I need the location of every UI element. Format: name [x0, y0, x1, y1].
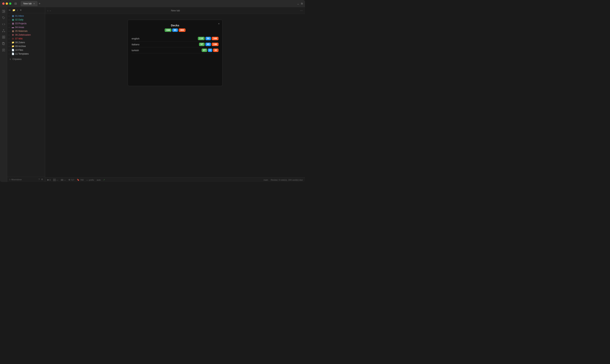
workspace-label: Moonstone	[11, 178, 22, 181]
deck-label-english: english	[132, 37, 198, 40]
deck-label-turkish: turkish	[132, 49, 202, 52]
nodes-icon[interactable]	[1, 28, 6, 33]
projects-label: 03 Projects	[15, 22, 27, 25]
tree-item-inbox[interactable]: › ▦ 01 Inbox	[7, 14, 45, 18]
turkish-badge-blue: 0	[208, 49, 212, 52]
status-bar-right: main Review: 0 note(s), 194 card(s) due	[264, 179, 303, 181]
tree-item-help[interactable]: ℹ Справка	[7, 57, 45, 61]
status-play: ▶ 0	[47, 179, 51, 181]
deck-row-italiano[interactable]: italiano 57 45 198	[132, 41, 219, 47]
tree-item-areas[interactable]: › ▬ 04 Areas	[7, 26, 45, 29]
add-tab-button[interactable]: +	[39, 2, 40, 5]
tree-item-zettelcasten[interactable]: › ✿ 06 Zettelcasten	[7, 33, 45, 37]
inbox-icon: ▦	[11, 15, 14, 17]
modal-title: Decks	[132, 24, 219, 27]
copy-icon[interactable]	[1, 41, 6, 46]
status-sparkle: ✿ 727	[68, 179, 74, 181]
grid1-icon	[53, 179, 55, 181]
workspace-footer: ◇ Moonstone ? ⚙	[7, 177, 45, 182]
title-bar-left-icons: ⊟	[14, 2, 17, 5]
english-badge-orange: 168	[212, 37, 219, 40]
svg-rect-10	[4, 37, 5, 39]
tree-item-files[interactable]: › 📄 10 Files	[7, 48, 45, 52]
file-tree: ✏ 📁 ↕ ✕ › ▦ 01 Inbox › ▦ 02 Daily ›	[7, 7, 45, 182]
help-label: Справка	[13, 58, 21, 61]
chevron-icon: ›	[9, 15, 11, 17]
tree-item-daily[interactable]: › ▦ 02 Daily	[7, 18, 45, 22]
content-header: ‹ › New tab ···	[45, 7, 305, 14]
svg-rect-2	[4, 12, 5, 13]
code-icon[interactable]	[1, 22, 6, 27]
turkish-badge-green: 27	[202, 49, 207, 52]
help-button[interactable]: ?	[39, 178, 40, 181]
footer-icons: ? ⚙	[39, 178, 43, 181]
svg-rect-9	[2, 37, 3, 39]
total-badge-orange: 300	[179, 28, 186, 32]
english-badge-green: 110	[198, 37, 205, 40]
minimize-button[interactable]	[6, 2, 8, 5]
new-folder-icon[interactable]: 📁	[12, 9, 15, 12]
layout-icon[interactable]	[1, 9, 6, 14]
more-options-icon[interactable]: ···	[300, 9, 303, 12]
tree-item-templates[interactable]: › 📄 11 Templates	[7, 52, 45, 56]
title-bar: ⊟ New tab ✕ + ⌄ ⧉	[0, 0, 305, 7]
grid-icon[interactable]	[1, 35, 6, 40]
grid2-icon	[61, 179, 63, 181]
branch-name: main	[264, 179, 268, 181]
tree-item-materials[interactable]: › ▦ 05 Materials	[7, 29, 45, 33]
workspace-name: ◇ Moonstone	[9, 178, 22, 181]
modal-close-button[interactable]: ×	[218, 22, 220, 25]
sort-icon[interactable]: ↕	[17, 9, 18, 12]
status-grid1: —	[53, 179, 58, 181]
tab-close-icon[interactable]: ✕	[33, 2, 35, 5]
main-area: ✏ 📁 ↕ ✕ › ▦ 01 Inbox › ▦ 02 Daily ›	[0, 7, 305, 182]
tab-bar: New tab ✕ +	[21, 1, 295, 6]
content-title: New tab	[52, 9, 299, 12]
play-icon: ▶	[47, 179, 49, 181]
svg-rect-19	[61, 180, 63, 181]
svg-rect-7	[2, 36, 3, 37]
content-pane: ‹ › New tab ··· × Decks 194 95 300 engli…	[45, 7, 305, 182]
materials-label: 05 Materials	[15, 30, 27, 32]
tree-item-zotero[interactable]: › 📁 08 Zotero	[7, 40, 45, 44]
file-tree-items: › ▦ 01 Inbox › ▦ 02 Daily › ▦ 03 Project…	[7, 13, 45, 177]
tag-icon[interactable]	[1, 15, 6, 20]
chevron-icon: ›	[9, 53, 11, 55]
notepad-icon[interactable]	[1, 47, 6, 53]
zotero-icon: 📁	[11, 41, 14, 44]
total-badge-blue: 95	[172, 28, 178, 32]
svg-rect-0	[2, 10, 3, 13]
chevron-down-icon[interactable]: ⌄	[297, 2, 299, 5]
close-panel-icon[interactable]: ✕	[20, 9, 22, 12]
tree-item-projects[interactable]: › ▦ 03 Projects	[7, 22, 45, 26]
status-grid2: —	[61, 179, 66, 181]
materials-icon: ▦	[11, 30, 14, 32]
settings-button[interactable]: ⚙	[41, 178, 43, 181]
prefix-value: — prefix	[86, 179, 94, 181]
tree-item-wiki[interactable]: › ⊙ 07 Wiki	[7, 37, 45, 40]
tree-item-archive[interactable]: › 📁 09 Archive	[7, 44, 45, 48]
close-button[interactable]	[2, 2, 5, 5]
back-arrow[interactable]: ‹	[47, 9, 48, 12]
forward-arrow[interactable]: ›	[50, 9, 51, 12]
zettelcasten-label: 06 Zettelcasten	[15, 34, 31, 36]
edit-icon[interactable]: ✏	[9, 9, 11, 12]
traffic-lights	[2, 2, 11, 5]
sidebar-toggle-icon[interactable]: ⊟	[14, 2, 17, 5]
areas-label: 04 Areas	[15, 26, 24, 29]
status-bookmark: 🔖 788	[77, 179, 83, 181]
grid2-value: —	[64, 179, 66, 181]
deck-row-turkish[interactable]: turkish 27 0 32	[132, 47, 219, 53]
chevron-icon: ›	[9, 45, 11, 47]
status-check: ✓	[103, 179, 105, 181]
italiano-badge-blue: 45	[205, 43, 211, 46]
new-tab[interactable]: New tab ✕	[21, 1, 38, 6]
app-window: ⊟ New tab ✕ + ⌄ ⧉	[0, 0, 305, 182]
svg-rect-14	[53, 179, 54, 180]
split-view-icon[interactable]: ⧉	[301, 2, 303, 5]
daily-icon: ▦	[11, 18, 14, 21]
deck-row-english[interactable]: english 110 50 168	[132, 36, 219, 41]
chevron-icon: ›	[9, 49, 11, 51]
maximize-button[interactable]	[9, 2, 11, 5]
grid1-value: —	[56, 179, 58, 181]
